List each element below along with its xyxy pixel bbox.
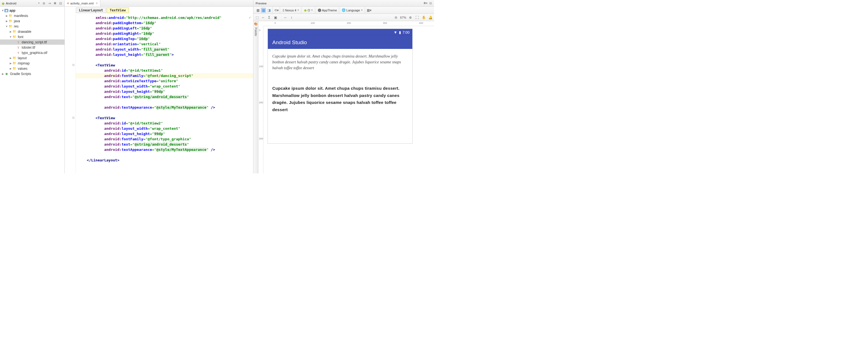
project-tree: ▼▣app ▶📁manifests ▶📁java ▼📁res ▶📁drawabl…: [0, 7, 64, 77]
palette-icon: 🎨: [254, 22, 258, 26]
editor-tabs: ⬘ activity_main.xml ×: [65, 0, 253, 7]
preview-header: Preview ✱▾ ⊟: [253, 0, 434, 7]
device-frame: ▼ ▮ 7:00 Android Studio Cupcake ipsum do…: [268, 29, 412, 144]
gear-icon[interactable]: ✱: [53, 1, 57, 5]
tree-lobster[interactable]: Tlobster.ttf: [0, 45, 64, 50]
ruler-vertical: 0 100 200 300: [258, 26, 264, 174]
editor-body: ⊟ ⊟ ✓ xmlns:android="http://schemas.andr…: [65, 14, 253, 174]
expand-h-icon[interactable]: ↔: [283, 15, 288, 20]
tree-layout[interactable]: ▶📁layout: [0, 55, 64, 61]
breadcrumb-bar: LinearLayout TextView: [65, 7, 253, 14]
phone-icon: ▯: [283, 8, 284, 12]
tab-filename: activity_main.xml: [70, 2, 94, 5]
sigma-icon[interactable]: Σ: [267, 15, 272, 20]
gear-icon[interactable]: ✱▾: [424, 1, 428, 5]
select-icon[interactable]: ⬚: [254, 15, 259, 20]
preview-toolbar-1: ▦ ▦ ◨ ⟲▾ ▯ Nexus 4▼ ◆ O▼: [253, 7, 434, 14]
project-toolbar: ◆ Android ▼ ⊕ ⇥ ✱ ⊟: [0, 0, 64, 7]
zoom-out-icon[interactable]: ⊖: [394, 15, 398, 20]
palette-strip[interactable]: 🎨 Palette: [253, 21, 258, 174]
design-canvas[interactable]: ▼ ▮ 7:00 Android Studio Cupcake ipsum do…: [264, 26, 434, 174]
inspection-ok-icon[interactable]: ✓: [249, 15, 251, 20]
code-editor[interactable]: ✓ xmlns:android="http://schemas.android.…: [76, 14, 253, 174]
ruler-horizontal: 0 100 200 300 400: [264, 21, 434, 26]
device-selector[interactable]: ▯ Nexus 4▼: [281, 8, 300, 12]
xml-file-icon: ⬘: [67, 2, 69, 5]
orientation-icon[interactable]: ⟲▾: [274, 8, 279, 13]
textview2-preview[interactable]: Cupcake ipsum dolor sit. Amet chupa chup…: [272, 85, 408, 113]
tree-drawable[interactable]: ▶📁drawable: [0, 29, 64, 34]
zoom-level[interactable]: 67%: [400, 16, 406, 19]
breadcrumb-textview[interactable]: TextView: [107, 7, 129, 13]
expand-v-icon[interactable]: ↕: [289, 15, 294, 20]
editor-gutter[interactable]: ⊟ ⊟: [65, 14, 76, 174]
textview1-preview[interactable]: Cupcake ipsum dolor sit. Amet chupa chup…: [272, 53, 408, 71]
status-time: 7:00: [403, 30, 409, 34]
app-bar-title: Android Studio: [272, 39, 307, 45]
device-content: Cupcake ipsum dolor sit. Amet chupa chup…: [268, 49, 412, 144]
hide-icon[interactable]: ⊟: [429, 1, 432, 5]
zoom-fit-icon[interactable]: ⛶: [414, 15, 420, 20]
zoom-in-icon[interactable]: ⊕: [408, 15, 413, 20]
preview-toolbar-2: ⬚ ↔ Σ ▣ ↔ ↕ ⊖ 67% ⊕ ⛶ ✋ 🔔: [253, 14, 434, 21]
tree-dancing-script[interactable]: Tdancing_script.ttf: [0, 39, 64, 45]
tree-manifests[interactable]: ▶📁manifests: [0, 13, 64, 18]
language-selector[interactable]: 🌐 Language▼: [341, 8, 364, 12]
blueprint-view-icon[interactable]: ▦: [261, 8, 266, 13]
project-panel: ◆ Android ▼ ⊕ ⇥ ✱ ⊟ ▼▣app ▶📁manifests ▶📁…: [0, 0, 65, 174]
tab-close-icon[interactable]: ×: [96, 1, 98, 5]
tree-app[interactable]: ▼▣app: [0, 8, 64, 13]
notifications-icon[interactable]: 🔔: [428, 15, 433, 20]
tree-values[interactable]: ▶📁values: [0, 66, 64, 71]
tree-res[interactable]: ▼📁res: [0, 24, 64, 29]
fold-marker-icon[interactable]: ⊟: [72, 116, 74, 119]
pan-icon[interactable]: ↔: [260, 15, 266, 20]
variants-icon[interactable]: ▦▾: [367, 8, 371, 13]
toggle-icon[interactable]: ▣: [273, 15, 278, 20]
editor-tab-activity-main[interactable]: ⬘ activity_main.xml ×: [65, 0, 100, 6]
collapse-icon[interactable]: ⇥: [47, 1, 52, 5]
theme-selector[interactable]: AppTheme: [317, 9, 338, 12]
preview-title: Preview: [256, 2, 267, 5]
preview-panel: Preview ✱▾ ⊟ ▦ ▦ ◨ ⟲▾ ▯ Nexus 4▼: [253, 0, 434, 174]
target-icon[interactable]: ⊕: [42, 1, 46, 5]
hide-icon[interactable]: ⊟: [58, 1, 63, 5]
wifi-icon: ▼: [394, 30, 397, 34]
globe-icon: 🌐: [342, 8, 346, 12]
preview-body: 🎨 Palette 0 100 200 300 400 0 100 200 30…: [253, 21, 434, 174]
api-selector[interactable]: ◆ O▼: [303, 8, 314, 12]
tree-typo-graphica[interactable]: Ttypo_graphica.otf: [0, 50, 64, 55]
theme-icon: [318, 9, 321, 12]
design-view-icon[interactable]: ▦: [255, 8, 260, 13]
app-bar: Android Studio: [268, 36, 412, 49]
fold-marker-icon[interactable]: ⊟: [72, 63, 74, 66]
battery-icon: ▮: [399, 30, 401, 34]
tree-gradle-scripts[interactable]: ▶◉Gradle Scripts: [0, 71, 64, 76]
both-view-icon[interactable]: ◨: [267, 8, 272, 13]
android-icon: ◆: [2, 1, 5, 5]
breadcrumb-linearlayout[interactable]: LinearLayout: [76, 7, 106, 13]
tree-mipmap[interactable]: ▶📁mipmap: [0, 61, 64, 66]
project-view-selector[interactable]: Android: [6, 2, 38, 5]
android-icon: ◆: [304, 8, 307, 12]
editor-panel: ⬘ activity_main.xml × LinearLayout TextV…: [65, 0, 253, 174]
status-bar: ▼ ▮ 7:00: [268, 29, 412, 36]
tree-java[interactable]: ▶📁java: [0, 18, 64, 24]
pan-hand-icon[interactable]: ✋: [421, 15, 426, 20]
dropdown-arrow-icon[interactable]: ▼: [38, 2, 40, 4]
palette-label: Palette: [254, 28, 257, 36]
tree-font[interactable]: ▼📁font: [0, 34, 64, 39]
